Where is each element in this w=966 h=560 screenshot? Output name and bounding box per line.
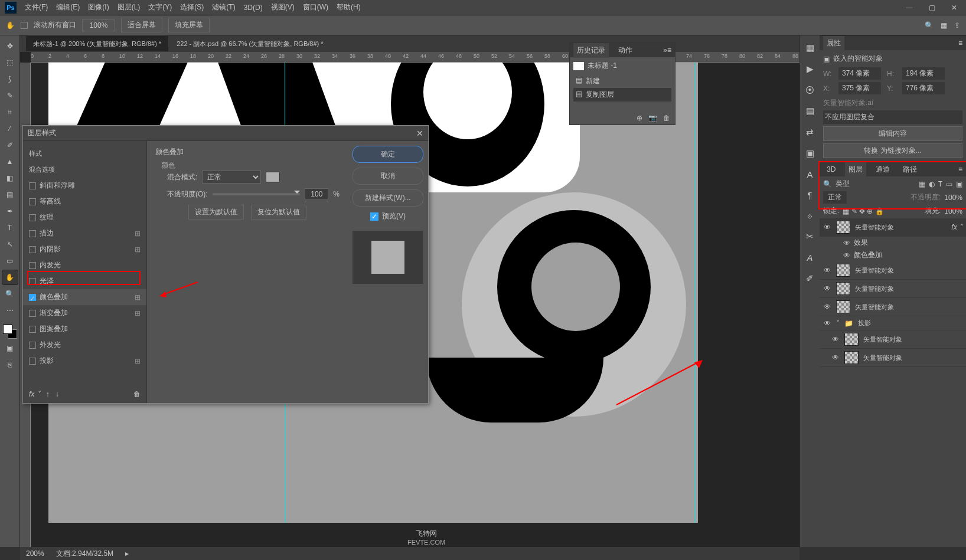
lock-icons[interactable]: ▦ ✎ ✥ ⊕ 🔒: [843, 207, 883, 215]
more-tools[interactable]: ⋯: [2, 303, 18, 317]
screen-mode-tool[interactable]: ⎘: [2, 358, 18, 372]
add-effect-icon[interactable]: ⊞: [135, 309, 141, 317]
up-icon[interactable]: ↑: [46, 390, 50, 398]
add-effect-icon[interactable]: ⊞: [135, 245, 141, 254]
style-item-9[interactable]: 图案叠加: [23, 321, 146, 337]
panel-menu-icon[interactable]: »≡: [663, 46, 671, 54]
lasso-tool[interactable]: ⟆: [2, 72, 18, 86]
fill-value[interactable]: 100%: [944, 207, 962, 215]
type2-icon[interactable]: A: [807, 253, 812, 263]
filter-adjust-icon[interactable]: ◐: [929, 180, 935, 188]
layers-menu-icon[interactable]: ≡: [958, 165, 962, 173]
style-item-4[interactable]: 内阴影⊞: [23, 241, 146, 257]
marquee-tool[interactable]: ⬚: [2, 55, 18, 70]
layer-row[interactable]: 👁 矢量智能对象: [820, 349, 966, 367]
style-checkbox[interactable]: [29, 358, 36, 365]
layer-row[interactable]: 👁 矢量智能对象 fx ˄: [820, 218, 966, 237]
style-checkbox[interactable]: [29, 278, 36, 285]
menu-filter[interactable]: 滤镜(T): [212, 2, 235, 12]
libraries-icon[interactable]: ▦: [806, 42, 814, 53]
foreground-color[interactable]: [3, 325, 12, 334]
minimize-button[interactable]: —: [902, 2, 916, 13]
tab-channels[interactable]: 通道: [872, 162, 893, 177]
zoom-tool[interactable]: 🔍: [2, 287, 18, 301]
menu-window[interactable]: 窗口(W): [303, 2, 328, 12]
para-icon[interactable]: ¶: [807, 190, 812, 200]
tab-layers[interactable]: 图层: [845, 162, 866, 177]
style-checkbox[interactable]: [29, 326, 36, 333]
fx-badge[interactable]: fx ˄: [951, 223, 962, 231]
set-default-button[interactable]: 设置为默认值: [188, 205, 244, 220]
menu-edit[interactable]: 编辑(E): [56, 2, 80, 12]
down-icon[interactable]: ↓: [56, 390, 59, 398]
fill-screen-button[interactable]: 填充屏幕: [168, 18, 210, 32]
glyph-icon[interactable]: ⟐: [807, 211, 812, 221]
style-checkbox[interactable]: ✓: [29, 294, 36, 301]
menu-3d[interactable]: 3D(D): [244, 4, 263, 12]
visibility-icon[interactable]: 👁: [831, 335, 840, 343]
visibility-icon[interactable]: 👁: [831, 353, 840, 362]
char-icon[interactable]: A: [807, 169, 812, 179]
visibility-icon[interactable]: 👁: [823, 223, 831, 231]
dialog-close-button[interactable]: ✕: [416, 129, 423, 138]
path-tool[interactable]: ↖: [2, 237, 18, 251]
search-icon[interactable]: 🔍: [925, 21, 934, 30]
filter-type-icon[interactable]: T: [938, 180, 942, 188]
fit-screen-button[interactable]: 适合屏幕: [121, 18, 162, 32]
dialog-titlebar[interactable]: 图层样式 ✕: [23, 126, 428, 141]
filter-pixel-icon[interactable]: ▦: [919, 180, 925, 188]
menu-help[interactable]: 帮助(H): [337, 2, 361, 12]
add-effect-icon[interactable]: ⊞: [135, 357, 141, 365]
edit-contents-button[interactable]: 编辑内容: [823, 126, 962, 141]
document-tab-1[interactable]: 未标题-1 @ 200% (矢量智能对象, RGB/8#) *: [26, 36, 168, 51]
close-button[interactable]: ✕: [947, 2, 961, 13]
opacity-value[interactable]: 100%: [944, 194, 962, 202]
layer-group[interactable]: 👁 ˅ 📁 投影: [820, 316, 966, 330]
style-item-1[interactable]: 等高线: [23, 194, 146, 209]
y-value[interactable]: 776 像素: [902, 82, 945, 94]
tab-3d[interactable]: 3D: [823, 163, 839, 176]
visibility-icon[interactable]: 👁: [823, 303, 831, 311]
gradient-tool[interactable]: ▤: [2, 188, 18, 202]
styles-header[interactable]: 样式: [23, 146, 146, 162]
menu-type[interactable]: 文字(Y): [148, 2, 172, 12]
zoom-input[interactable]: 100%: [82, 19, 115, 31]
trash-icon[interactable]: 🗑: [133, 390, 141, 398]
blend-options-header[interactable]: 混合选项: [23, 162, 146, 178]
reset-default-button[interactable]: 复位为默认值: [251, 205, 306, 220]
menu-layer[interactable]: 图层(L): [118, 2, 141, 12]
layer-row[interactable]: 👁 矢量智能对象: [820, 298, 966, 316]
style-item-5[interactable]: 内发光: [23, 257, 146, 273]
style-item-0[interactable]: 斜面和浮雕: [23, 178, 146, 194]
add-effect-icon[interactable]: ⊞: [135, 293, 141, 302]
filter-shape-icon[interactable]: ▭: [946, 180, 952, 188]
share-icon[interactable]: ⇪: [954, 21, 960, 30]
tab-paths[interactable]: 路径: [899, 162, 921, 177]
preview-checkbox[interactable]: ✓: [370, 212, 378, 221]
style-checkbox[interactable]: [29, 230, 36, 237]
style-item-8[interactable]: 渐变叠加⊞: [23, 305, 146, 321]
maximize-button[interactable]: ▢: [925, 2, 939, 13]
style-checkbox[interactable]: [29, 198, 36, 205]
chevron-right-icon[interactable]: ▸: [125, 549, 129, 558]
workspace-icon[interactable]: ▦: [941, 21, 947, 30]
history-new-icon[interactable]: 📷: [648, 114, 657, 122]
style-checkbox[interactable]: [29, 310, 36, 317]
convert-linked-button[interactable]: 转换 为链接对象...: [823, 143, 962, 158]
crop-tool[interactable]: ⌗: [2, 105, 18, 119]
style-item-2[interactable]: 纹理: [23, 209, 146, 225]
tab-history[interactable]: 历史记录: [573, 43, 609, 58]
layer-effects[interactable]: 👁效果: [820, 237, 966, 249]
hand-tool[interactable]: ✋: [2, 270, 18, 284]
visibility-icon[interactable]: 👁: [823, 266, 831, 274]
style-item-3[interactable]: 描边⊞: [23, 225, 146, 241]
stamp-tool[interactable]: ▲: [2, 155, 18, 169]
eraser-tool[interactable]: ◧: [2, 171, 18, 185]
cancel-button[interactable]: 取消: [353, 168, 423, 185]
style-item-11[interactable]: 投影⊞: [23, 353, 146, 369]
filter-smart-icon[interactable]: ▣: [956, 180, 962, 188]
menu-select[interactable]: 选择(S): [180, 2, 204, 12]
menu-view[interactable]: 视图(V): [271, 2, 295, 12]
h-value[interactable]: 194 像素: [902, 67, 945, 80]
eyedropper-tool[interactable]: ⁄: [2, 122, 18, 136]
